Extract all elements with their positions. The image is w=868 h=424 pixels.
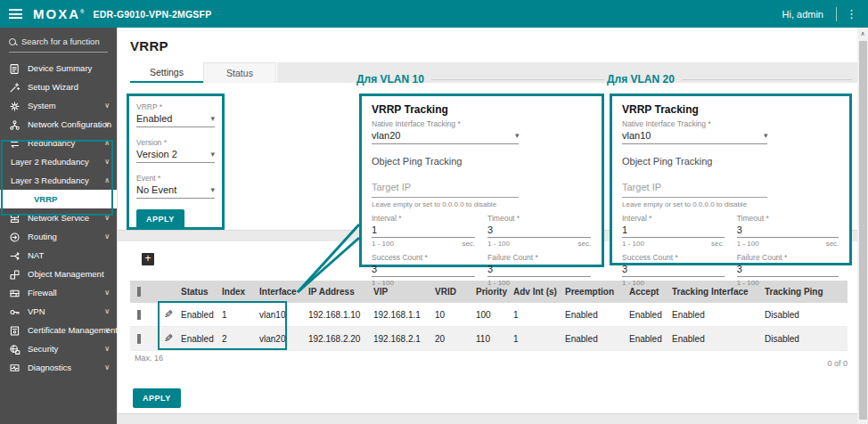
main-content: VRRP Settings Status VRRP * Enabled ▾ Ve… <box>117 28 857 424</box>
chevron-down-icon: ∨ <box>104 232 110 241</box>
vrrp-select[interactable]: Enabled ▾ <box>136 113 215 127</box>
routing-icon <box>9 231 20 242</box>
diagnostics-icon <box>9 362 20 373</box>
gear-icon <box>9 100 20 111</box>
row-checkbox[interactable] <box>137 310 141 320</box>
top-bar: MOXA® EDR-G9010-VPN-2MGSFP Hi, admin ⋮ <box>0 0 868 28</box>
vrrp-tracking-panel-1: VRRP Tracking Native Interface Tracking … <box>359 94 604 267</box>
failure-count-input[interactable]: 3 <box>487 264 591 277</box>
native-interface-select[interactable]: vlan20 ▾ <box>372 130 519 144</box>
search-field[interactable]: Search for a function <box>0 28 117 53</box>
vrrp-tracking-panel-2: VRRP Tracking Native Interface Tracking … <box>610 94 852 265</box>
security-icon <box>9 343 20 355</box>
sidebar-item-vpn[interactable]: VPN ∨ <box>0 302 117 321</box>
dropdown-arrow-icon: ▾ <box>515 131 520 140</box>
scroll-up-arrow-icon[interactable]: ∧ <box>857 28 868 39</box>
chevron-down-icon: ∨ <box>104 120 110 128</box>
object-ping-tracking-title: Object Ping Tracking <box>622 156 839 167</box>
sidebar-item-security[interactable]: Security ∨ <box>0 339 117 358</box>
version-select[interactable]: Version 2 ▾ <box>136 149 215 163</box>
add-entry-button[interactable]: + <box>142 253 154 265</box>
sidebar-item-object-management[interactable]: Object Management <box>0 265 117 283</box>
dropdown-arrow-icon: ▾ <box>210 114 215 123</box>
apply-button-bottom[interactable]: APPLY <box>133 388 181 408</box>
object-management-icon <box>9 268 20 280</box>
panel-title: VRRP Tracking <box>622 103 839 116</box>
search-icon <box>9 38 16 45</box>
vpn-icon <box>9 306 20 317</box>
success-count-input[interactable]: 3 <box>372 264 475 277</box>
sidebar-item-nat[interactable]: NAT <box>0 246 117 265</box>
sidebar-item-diagnostics[interactable]: Diagnostics ∨ <box>0 358 117 377</box>
user-greeting[interactable]: Hi, admin <box>782 9 823 20</box>
topbar-divider <box>836 7 837 21</box>
chevron-down-icon: ∨ <box>104 307 110 315</box>
device-name: EDR-G9010-VPN-2MGSFP <box>93 9 211 20</box>
firewall-icon <box>9 287 20 298</box>
chevron-down-icon: ∨ <box>104 326 110 334</box>
native-interface-select[interactable]: vlan10 ▾ <box>622 130 767 144</box>
timeout-input[interactable]: 3 <box>737 224 839 238</box>
failure-count-input[interactable]: 3 <box>737 264 839 277</box>
sidebar-item-device-summary[interactable]: Device Summary <box>0 59 117 77</box>
panel-title: VRRP Tracking <box>372 103 592 116</box>
target-ip-input[interactable]: Target IP <box>372 178 519 198</box>
vertical-scrollbar[interactable]: ∧ <box>857 28 868 424</box>
chevron-down-icon: ∨ <box>104 102 110 110</box>
vrrp-table: Status Index Interface IP Address VIP VR… <box>130 281 848 351</box>
edit-pencil-icon[interactable]: ✎ <box>164 332 173 345</box>
certificate-icon <box>9 324 20 336</box>
moxa-logo: MOXA® <box>33 6 86 21</box>
dropdown-arrow-icon: ▾ <box>210 150 215 159</box>
sidebar-nav: Device Summary Setup Wizard System ∨ Net… <box>0 59 117 377</box>
sidebar-item-network-configuration[interactable]: Network Configuration ∨ <box>0 115 117 134</box>
sidebar-item-certificate-management[interactable]: Certificate Management ∨ <box>0 321 117 339</box>
sidebar-item-routing[interactable]: Routing ∨ <box>0 227 117 246</box>
sidebar-item-system[interactable]: System ∨ <box>0 96 117 115</box>
setup-wizard-icon <box>9 81 20 93</box>
tab-bar: Settings Status <box>130 62 276 83</box>
chevron-down-icon: ∨ <box>104 363 110 371</box>
success-count-input[interactable]: 3 <box>622 264 725 277</box>
annotation-label-vlan10: Для VLAN 10 <box>356 73 604 86</box>
sidebar-item-firewall[interactable]: Firewall ∨ <box>0 283 117 302</box>
vrrp-field-label: VRRP * <box>136 102 215 111</box>
select-all-checkbox[interactable] <box>137 287 141 297</box>
edit-pencil-icon[interactable]: ✎ <box>164 308 173 321</box>
sidebar-item-redundancy[interactable]: Redundancy ∧ <box>0 134 117 152</box>
dropdown-arrow-icon: ▾ <box>210 185 215 194</box>
chevron-down-icon: ∨ <box>104 214 110 222</box>
scrollbar-thumb[interactable] <box>859 41 867 420</box>
menu-hamburger-icon[interactable] <box>9 7 22 21</box>
nat-icon <box>9 249 20 261</box>
timeout-input[interactable]: 3 <box>487 224 591 238</box>
max-entries-label: Max. 16 <box>135 354 163 363</box>
kebab-menu-icon[interactable]: ⋮ <box>846 7 857 20</box>
sidebar-item-layer2-redundancy[interactable]: Layer 2 Redundancy ∨ <box>0 152 117 171</box>
search-placeholder: Search for a function <box>21 37 100 46</box>
chevron-up-icon: ∧ <box>104 176 110 184</box>
event-select[interactable]: No Event ▾ <box>136 184 215 199</box>
apply-button-top[interactable]: APPLY <box>136 209 184 229</box>
network-configuration-icon <box>9 118 20 130</box>
interval-input[interactable]: 1 <box>622 224 725 238</box>
tab-status[interactable]: Status <box>203 62 276 83</box>
interval-input[interactable]: 1 <box>372 224 475 238</box>
device-summary-icon <box>9 62 20 74</box>
sidebar-item-network-service[interactable]: Network Service ∨ <box>0 208 117 227</box>
row-checkbox[interactable] <box>137 334 141 344</box>
sidebar-item-setup-wizard[interactable]: Setup Wizard <box>0 77 117 96</box>
target-ip-input[interactable]: Target IP <box>622 178 767 198</box>
version-field-label: Version * <box>136 138 215 147</box>
pagination-label: 0 of 0 <box>782 359 848 368</box>
page-title: VRRP <box>130 38 168 53</box>
vrrp-settings-form: VRRP * Enabled ▾ Version * Version 2 ▾ E… <box>127 94 225 230</box>
chevron-up-icon: ∧ <box>104 139 110 147</box>
annotation-label-vlan20: Для VLAN 20 <box>607 73 852 86</box>
redundancy-icon <box>9 137 20 149</box>
sidebar-item-vrrp[interactable]: VRRP <box>0 190 117 208</box>
chevron-down-icon: ∨ <box>104 289 110 297</box>
target-ip-hint: Leave empty or set to 0.0.0.0 to disable <box>622 200 839 208</box>
sidebar-item-layer3-redundancy[interactable]: Layer 3 Redundancy ∧ <box>0 171 117 190</box>
tab-settings[interactable]: Settings <box>130 62 203 83</box>
